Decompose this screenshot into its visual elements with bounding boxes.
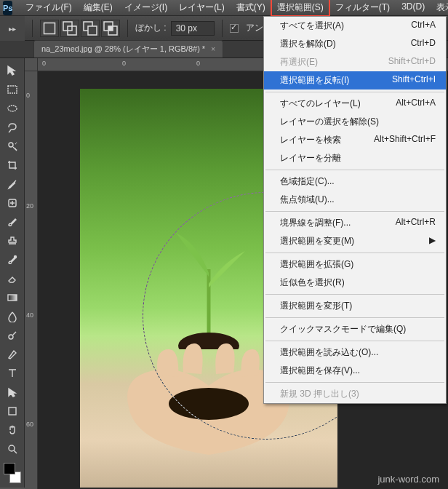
menu-item-shortcut: ▶	[429, 235, 436, 247]
menu-item-shortcut: Shift+Ctrl+I	[392, 74, 436, 87]
watermark-text: junk-word.com	[377, 474, 439, 485]
app-logo: Ps	[3, 1, 12, 15]
menu-書式[interactable]: 書式(Y)	[231, 0, 271, 16]
menu-item[interactable]: 選択範囲を変形(T)	[264, 297, 446, 315]
antialias-checkbox[interactable]	[230, 24, 239, 33]
selection-mode-buttons	[40, 20, 120, 37]
menu-item[interactable]: すべてを選択(A)Ctrl+A	[264, 17, 446, 35]
ruler-tick: 0	[122, 60, 126, 67]
feather-label: ぼかし :	[135, 22, 167, 34]
healing-tool[interactable]	[2, 194, 23, 212]
sel-new-button[interactable]	[40, 20, 59, 37]
menu-separator	[265, 170, 444, 170]
svg-rect-1	[44, 23, 55, 33]
menu-3d[interactable]: 3D(D)	[396, 0, 431, 16]
sel-intersect-button[interactable]	[101, 20, 120, 37]
menu-item: 再選択(E)Shift+Ctrl+D	[264, 53, 446, 71]
move-tool[interactable]	[2, 61, 23, 80]
gradient-tool[interactable]	[2, 288, 23, 307]
menubar: Ps ファイル(F)編集(E)イメージ(I)レイヤー(L)書式(Y)選択範囲(S…	[0, 0, 448, 16]
sel-add-button[interactable]	[60, 20, 79, 37]
document-tab[interactable]: na_23med.jpg @ 28% (レイヤー 1, RGB/8#) * ×	[33, 40, 223, 57]
menu-item[interactable]: 選択範囲を保存(V)...	[264, 362, 446, 380]
svg-rect-9	[8, 86, 17, 93]
menu-item[interactable]: 境界線を調整(F)...Alt+Ctrl+R	[264, 214, 446, 232]
menu-編集[interactable]: 編集(E)	[78, 0, 119, 16]
eraser-tool[interactable]	[2, 269, 23, 288]
hand-tool[interactable]	[2, 421, 23, 440]
type-icon	[7, 367, 18, 379]
menu-表示[interactable]: 表示(V)	[431, 0, 448, 16]
menu-item[interactable]: 近似色を選択(R)	[264, 274, 446, 292]
crop-icon	[7, 159, 18, 171]
eraser-icon	[7, 273, 18, 285]
menu-item[interactable]: 選択範囲を拡張(G)	[264, 255, 446, 274]
eyedropper-tool[interactable]	[2, 175, 23, 194]
ruler-tick: 40	[26, 311, 33, 319]
quick-select-tool[interactable]	[2, 137, 23, 156]
shape-tool[interactable]	[2, 402, 23, 421]
pen-tool[interactable]	[2, 345, 23, 364]
history-brush-tool[interactable]	[2, 250, 23, 269]
menu-item-label: すべてのレイヤー(L)	[280, 98, 361, 110]
menu-item-shortcut: Alt+Ctrl+A	[396, 98, 436, 110]
close-icon[interactable]: ×	[211, 45, 215, 53]
menu-item-shortcut: Ctrl+D	[411, 38, 436, 50]
menu-item-shortcut: Alt+Shift+Ctrl+F	[374, 134, 436, 146]
crop-tool[interactable]	[2, 156, 23, 175]
dodge-icon	[7, 330, 18, 341]
brush-tool[interactable]	[2, 212, 23, 231]
zoom-icon	[7, 443, 18, 455]
tools-panel	[0, 58, 25, 488]
menu-item[interactable]: すべてのレイヤー(L)Alt+Ctrl+A	[264, 95, 446, 113]
menu-選択範囲[interactable]: 選択範囲(S)	[271, 0, 329, 16]
ruler-vertical[interactable]: 0204060	[25, 71, 38, 489]
brush-icon	[7, 216, 18, 228]
menu-item-label: 選択範囲を読み込む(O)...	[280, 346, 378, 359]
menu-item[interactable]: 選択範囲を変更(M)▶	[264, 232, 446, 250]
menu-item-label: 選択を解除(D)	[280, 38, 336, 50]
sel-sub-button[interactable]	[81, 20, 100, 37]
marquee-rect-tool[interactable]	[2, 80, 23, 99]
feather-input[interactable]	[171, 21, 215, 36]
svg-point-13	[14, 256, 16, 258]
menu-item[interactable]: レイヤーを検索Alt+Shift+Ctrl+F	[264, 131, 446, 149]
stamp-tool[interactable]	[2, 231, 23, 250]
document-tab-title: na_23med.jpg @ 28% (レイヤー 1, RGB/8#) *	[41, 44, 205, 55]
menu-レイヤー[interactable]: レイヤー(L)	[173, 0, 231, 16]
eyedropper-icon	[7, 178, 18, 190]
menu-item[interactable]: 焦点領域(U)...	[264, 191, 446, 209]
lasso-tool[interactable]	[2, 118, 23, 137]
zoom-tool[interactable]	[2, 440, 23, 458]
menu-separator	[265, 341, 444, 341]
menu-item[interactable]: クイックマスクモードで編集(Q)	[264, 320, 446, 338]
menu-item[interactable]: 選択を解除(D)Ctrl+D	[264, 35, 446, 53]
menu-フィルター[interactable]: フィルター(T)	[329, 0, 396, 16]
menu-item[interactable]: レイヤーの選択を解除(S)	[264, 113, 446, 131]
menu-item-label: レイヤーを分離	[280, 152, 341, 164]
menu-item[interactable]: 選択範囲を読み込む(O)...	[264, 343, 446, 362]
marquee-ellipse-tool[interactable]	[2, 99, 23, 118]
marquee-rect-icon	[7, 84, 18, 95]
foreground-swatch[interactable]	[4, 463, 15, 474]
path-select-tool[interactable]	[2, 383, 23, 402]
quick-select-icon	[7, 140, 18, 152]
menu-item-label: 近似色を選択(R)	[280, 277, 345, 289]
type-tool[interactable]	[2, 364, 23, 383]
menu-イメージ[interactable]: イメージ(I)	[119, 0, 173, 16]
menu-separator	[265, 317, 444, 318]
menu-item[interactable]: 色域指定(C)...	[264, 172, 446, 191]
toolbar-collapse[interactable]: ▸▸	[0, 16, 25, 41]
color-swatches[interactable]	[2, 461, 23, 485]
selection-menu-dropdown: すべてを選択(A)Ctrl+A選択を解除(D)Ctrl+D再選択(E)Shift…	[263, 16, 447, 404]
hand-icon	[7, 424, 18, 436]
dodge-tool[interactable]	[2, 326, 23, 345]
ruler-tick: 0	[26, 92, 30, 99]
ruler-corner	[25, 58, 38, 71]
menu-ファイル[interactable]: ファイル(F)	[20, 0, 77, 16]
svg-point-19	[169, 388, 249, 420]
menu-separator	[265, 92, 444, 92]
menu-item[interactable]: レイヤーを分離	[264, 149, 446, 167]
menu-item[interactable]: 選択範囲を反転(I)Shift+Ctrl+I	[264, 71, 446, 90]
blur-tool[interactable]	[2, 307, 23, 326]
